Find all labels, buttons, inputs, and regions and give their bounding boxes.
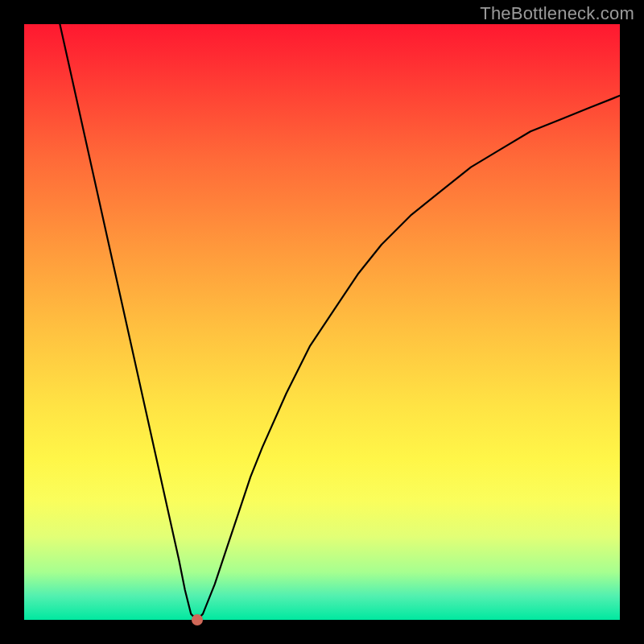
- chart-plot-area: [24, 24, 620, 620]
- minimum-marker: [192, 614, 203, 625]
- bottleneck-curve: [24, 24, 620, 620]
- attribution-text: TheBottleneck.com: [480, 3, 634, 24]
